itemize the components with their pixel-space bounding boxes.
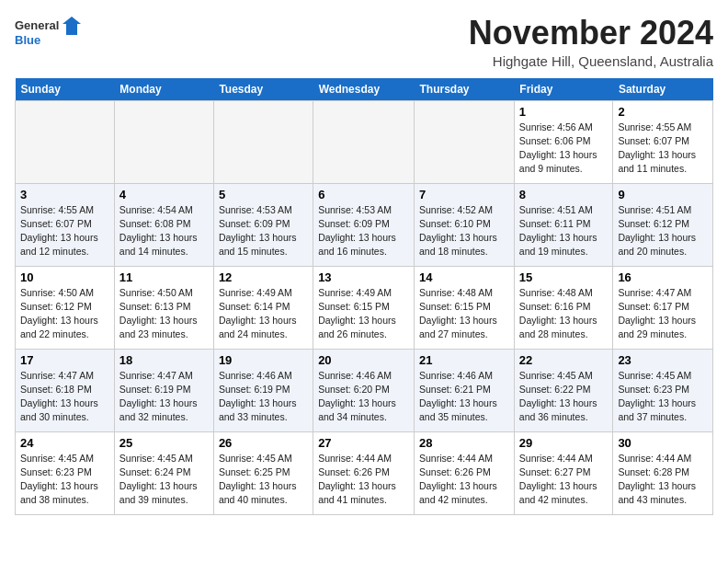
day-info: Sunrise: 4:47 AM Sunset: 6:18 PM Dayligh… [20, 369, 109, 425]
table-row: 27Sunrise: 4:44 AM Sunset: 6:26 PM Dayli… [313, 431, 415, 514]
table-row: 23Sunrise: 4:45 AM Sunset: 6:23 PM Dayli… [613, 349, 713, 431]
day-number: 2 [618, 105, 708, 119]
table-row: 15Sunrise: 4:48 AM Sunset: 6:16 PM Dayli… [514, 266, 613, 349]
day-info: Sunrise: 4:45 AM Sunset: 6:25 PM Dayligh… [219, 452, 308, 508]
day-info: Sunrise: 4:46 AM Sunset: 6:20 PM Dayligh… [318, 369, 409, 425]
day-number: 26 [219, 436, 308, 450]
week-row-1: 1Sunrise: 4:56 AM Sunset: 6:06 PM Daylig… [16, 100, 713, 183]
svg-marker-2 [63, 17, 81, 35]
day-info: Sunrise: 4:49 AM Sunset: 6:15 PM Dayligh… [318, 286, 409, 342]
day-info: Sunrise: 4:45 AM Sunset: 6:23 PM Dayligh… [20, 452, 109, 508]
week-row-4: 17Sunrise: 4:47 AM Sunset: 6:18 PM Dayli… [16, 349, 713, 431]
month-title: November 2024 [469, 15, 713, 52]
table-row: 26Sunrise: 4:45 AM Sunset: 6:25 PM Dayli… [213, 431, 313, 514]
day-info: Sunrise: 4:53 AM Sunset: 6:09 PM Dayligh… [219, 203, 308, 259]
day-number: 28 [419, 436, 509, 450]
table-row: 2Sunrise: 4:55 AM Sunset: 6:07 PM Daylig… [613, 100, 713, 183]
day-number: 29 [519, 436, 609, 450]
page-header: General Blue November 2024 Highgate Hill… [15, 15, 713, 69]
table-row: 18Sunrise: 4:47 AM Sunset: 6:19 PM Dayli… [114, 349, 213, 431]
table-row: 20Sunrise: 4:46 AM Sunset: 6:20 PM Dayli… [313, 349, 415, 431]
day-number: 8 [519, 188, 609, 201]
week-row-5: 24Sunrise: 4:45 AM Sunset: 6:23 PM Dayli… [16, 431, 713, 514]
header-row: Sunday Monday Tuesday Wednesday Thursday… [16, 78, 713, 101]
table-row: 9Sunrise: 4:51 AM Sunset: 6:12 PM Daylig… [613, 183, 713, 266]
day-number: 18 [119, 353, 209, 367]
day-number: 10 [20, 270, 109, 284]
table-row: 24Sunrise: 4:45 AM Sunset: 6:23 PM Dayli… [16, 431, 115, 514]
header-thursday: Thursday [415, 78, 515, 101]
table-row: 25Sunrise: 4:45 AM Sunset: 6:24 PM Dayli… [114, 431, 213, 514]
table-row: 11Sunrise: 4:50 AM Sunset: 6:13 PM Dayli… [114, 266, 213, 349]
day-number: 15 [519, 270, 609, 284]
day-info: Sunrise: 4:49 AM Sunset: 6:14 PM Dayligh… [219, 286, 308, 342]
day-info: Sunrise: 4:46 AM Sunset: 6:21 PM Dayligh… [419, 369, 509, 425]
header-tuesday: Tuesday [213, 78, 313, 101]
day-number: 27 [318, 436, 409, 450]
svg-text:General: General [15, 18, 59, 32]
table-row: 5Sunrise: 4:53 AM Sunset: 6:09 PM Daylig… [213, 183, 313, 266]
day-info: Sunrise: 4:51 AM Sunset: 6:11 PM Dayligh… [519, 203, 609, 259]
day-number: 22 [519, 353, 609, 367]
table-row: 6Sunrise: 4:53 AM Sunset: 6:09 PM Daylig… [313, 183, 415, 266]
table-row: 1Sunrise: 4:56 AM Sunset: 6:06 PM Daylig… [514, 100, 613, 183]
day-info: Sunrise: 4:47 AM Sunset: 6:19 PM Dayligh… [119, 369, 209, 425]
day-info: Sunrise: 4:55 AM Sunset: 6:07 PM Dayligh… [20, 203, 109, 259]
day-number: 17 [20, 353, 109, 367]
week-row-2: 3Sunrise: 4:55 AM Sunset: 6:07 PM Daylig… [16, 183, 713, 266]
location-subtitle: Highgate Hill, Queensland, Australia [469, 53, 713, 69]
day-info: Sunrise: 4:50 AM Sunset: 6:12 PM Dayligh… [20, 286, 109, 342]
table-row: 4Sunrise: 4:54 AM Sunset: 6:08 PM Daylig… [114, 183, 213, 266]
day-info: Sunrise: 4:51 AM Sunset: 6:12 PM Dayligh… [618, 203, 708, 259]
header-friday: Friday [514, 78, 613, 101]
day-info: Sunrise: 4:45 AM Sunset: 6:22 PM Dayligh… [519, 369, 609, 425]
day-number: 5 [219, 188, 308, 201]
table-row [313, 100, 415, 183]
table-row [415, 100, 515, 183]
day-number: 20 [318, 353, 409, 367]
header-sunday: Sunday [16, 78, 115, 101]
day-number: 11 [119, 270, 209, 284]
svg-text:Blue: Blue [15, 33, 40, 47]
day-number: 25 [119, 436, 209, 450]
day-info: Sunrise: 4:50 AM Sunset: 6:13 PM Dayligh… [119, 286, 209, 342]
table-row: 17Sunrise: 4:47 AM Sunset: 6:18 PM Dayli… [16, 349, 115, 431]
day-info: Sunrise: 4:54 AM Sunset: 6:08 PM Dayligh… [119, 203, 209, 259]
day-number: 19 [219, 353, 308, 367]
table-row: 16Sunrise: 4:47 AM Sunset: 6:17 PM Dayli… [613, 266, 713, 349]
table-row: 22Sunrise: 4:45 AM Sunset: 6:22 PM Dayli… [514, 349, 613, 431]
day-number: 23 [618, 353, 708, 367]
table-row [16, 100, 115, 183]
day-info: Sunrise: 4:55 AM Sunset: 6:07 PM Dayligh… [618, 121, 708, 177]
day-number: 30 [618, 436, 708, 450]
logo-svg: General Blue [15, 15, 88, 52]
day-number: 7 [419, 188, 509, 201]
day-info: Sunrise: 4:45 AM Sunset: 6:24 PM Dayligh… [119, 452, 209, 508]
day-info: Sunrise: 4:46 AM Sunset: 6:19 PM Dayligh… [219, 369, 308, 425]
table-row: 8Sunrise: 4:51 AM Sunset: 6:11 PM Daylig… [514, 183, 613, 266]
day-number: 4 [119, 188, 209, 201]
day-info: Sunrise: 4:45 AM Sunset: 6:23 PM Dayligh… [618, 369, 708, 425]
week-row-3: 10Sunrise: 4:50 AM Sunset: 6:12 PM Dayli… [16, 266, 713, 349]
table-row: 3Sunrise: 4:55 AM Sunset: 6:07 PM Daylig… [16, 183, 115, 266]
table-row: 19Sunrise: 4:46 AM Sunset: 6:19 PM Dayli… [213, 349, 313, 431]
day-info: Sunrise: 4:44 AM Sunset: 6:27 PM Dayligh… [519, 452, 609, 508]
title-section: November 2024 Highgate Hill, Queensland,… [469, 15, 713, 69]
day-info: Sunrise: 4:44 AM Sunset: 6:26 PM Dayligh… [318, 452, 409, 508]
logo: General Blue [15, 15, 88, 52]
table-row: 14Sunrise: 4:48 AM Sunset: 6:15 PM Dayli… [415, 266, 515, 349]
day-number: 9 [618, 188, 708, 201]
day-number: 12 [219, 270, 308, 284]
day-info: Sunrise: 4:44 AM Sunset: 6:26 PM Dayligh… [419, 452, 509, 508]
table-row: 13Sunrise: 4:49 AM Sunset: 6:15 PM Dayli… [313, 266, 415, 349]
day-number: 13 [318, 270, 409, 284]
table-row: 28Sunrise: 4:44 AM Sunset: 6:26 PM Dayli… [415, 431, 515, 514]
day-number: 1 [519, 105, 609, 119]
day-number: 14 [419, 270, 509, 284]
day-info: Sunrise: 4:56 AM Sunset: 6:06 PM Dayligh… [519, 121, 609, 177]
table-row: 7Sunrise: 4:52 AM Sunset: 6:10 PM Daylig… [415, 183, 515, 266]
table-row: 21Sunrise: 4:46 AM Sunset: 6:21 PM Dayli… [415, 349, 515, 431]
table-row [114, 100, 213, 183]
table-row: 12Sunrise: 4:49 AM Sunset: 6:14 PM Dayli… [213, 266, 313, 349]
day-info: Sunrise: 4:48 AM Sunset: 6:16 PM Dayligh… [519, 286, 609, 342]
